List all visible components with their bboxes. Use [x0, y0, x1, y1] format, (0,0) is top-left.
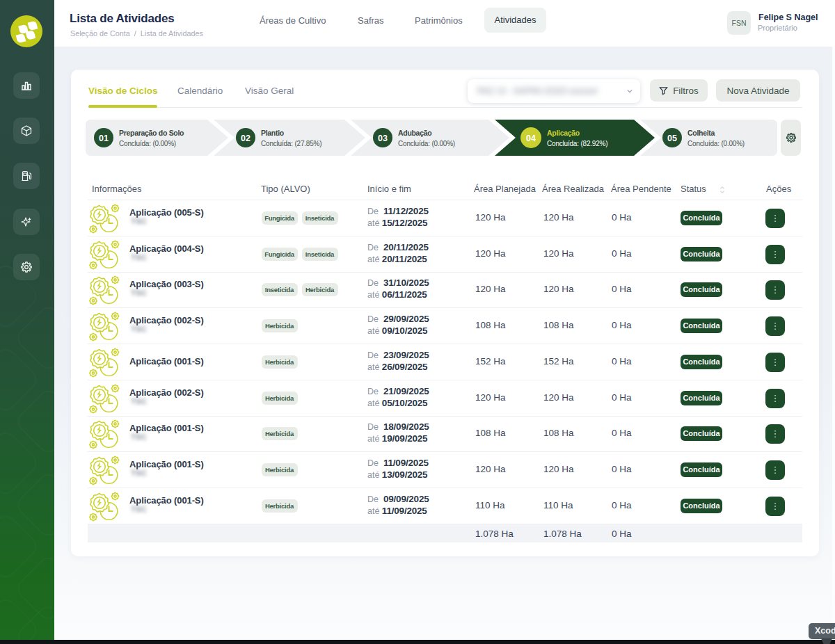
svg-text:03: 03 [378, 134, 388, 143]
svg-text:Preparação do Solo: Preparação do Solo [119, 129, 184, 137]
svg-text:Adubação: Adubação [398, 129, 431, 137]
svg-text:01: 01 [99, 134, 109, 143]
svg-text:Concluída: (82.92%): Concluída: (82.92%) [547, 140, 607, 147]
svg-text:05: 05 [667, 134, 677, 143]
svg-text:Concluída: (0.00%): Concluída: (0.00%) [398, 140, 455, 147]
svg-text:04: 04 [526, 134, 536, 143]
svg-text:Concluída: (0.00%): Concluída: (0.00%) [687, 140, 745, 147]
svg-text:Aplicação: Aplicação [547, 129, 580, 137]
svg-text:Plantio: Plantio [261, 129, 284, 137]
svg-text:Concluída: (27.85%): Concluída: (27.85%) [261, 140, 321, 147]
svg-text:Colheita: Colheita [687, 129, 715, 137]
svg-text:02: 02 [241, 134, 250, 143]
svg-text:Concluída: (0.00%): Concluída: (0.00%) [119, 140, 176, 147]
